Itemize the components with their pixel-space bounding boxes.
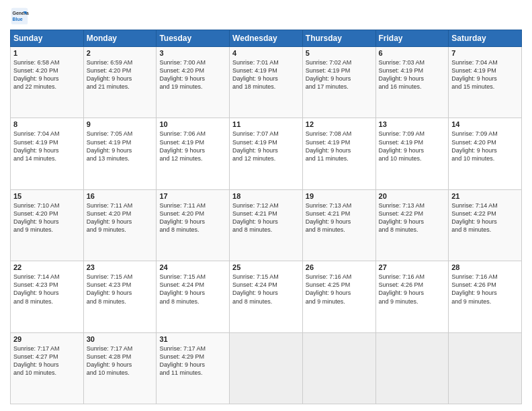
calendar-cell (302, 332, 375, 404)
cell-info: Sunrise: 7:03 AMSunset: 4:19 PMDaylight:… (379, 58, 446, 91)
cell-info: Sunrise: 7:16 AMSunset: 4:26 PMDaylight:… (451, 273, 519, 306)
cell-info: Sunrise: 7:12 AMSunset: 4:21 PMDaylight:… (232, 201, 300, 234)
day-number: 16 (87, 192, 154, 200)
calendar-week-3: 15Sunrise: 7:10 AMSunset: 4:20 PMDayligh… (11, 189, 522, 261)
cell-info: Sunrise: 7:06 AMSunset: 4:19 PMDaylight:… (159, 130, 226, 163)
calendar-header-friday: Friday (375, 30, 449, 47)
cell-info: Sunrise: 7:04 AMSunset: 4:19 PMDaylight:… (13, 130, 81, 163)
calendar-cell: 1Sunrise: 6:58 AMSunset: 4:20 PMDaylight… (11, 47, 84, 118)
calendar-cell: 16Sunrise: 7:11 AMSunset: 4:20 PMDayligh… (83, 189, 157, 261)
cell-info: Sunrise: 7:05 AMSunset: 4:19 PMDaylight:… (87, 130, 154, 163)
calendar-cell: 6Sunrise: 7:03 AMSunset: 4:19 PMDaylight… (375, 47, 449, 118)
day-number: 31 (159, 335, 226, 343)
calendar-cell: 9Sunrise: 7:05 AMSunset: 4:19 PMDaylight… (83, 118, 157, 189)
cell-info: Sunrise: 7:17 AMSunset: 4:27 PMDaylight:… (13, 345, 81, 377)
calendar-cell: 28Sunrise: 7:16 AMSunset: 4:26 PMDayligh… (449, 261, 522, 332)
calendar-cell: 26Sunrise: 7:16 AMSunset: 4:25 PMDayligh… (302, 261, 375, 332)
cell-info: Sunrise: 7:09 AMSunset: 4:19 PMDaylight:… (379, 130, 446, 163)
cell-info: Sunrise: 7:02 AMSunset: 4:19 PMDaylight:… (306, 58, 373, 91)
cell-info: Sunrise: 7:14 AMSunset: 4:23 PMDaylight:… (13, 273, 81, 306)
day-number: 20 (379, 192, 446, 200)
day-number: 26 (306, 263, 373, 271)
calendar-cell: 19Sunrise: 7:13 AMSunset: 4:21 PMDayligh… (302, 189, 375, 261)
cell-info: Sunrise: 7:17 AMSunset: 4:29 PMDaylight:… (159, 345, 226, 377)
day-number: 17 (159, 192, 226, 200)
cell-info: Sunrise: 7:13 AMSunset: 4:21 PMDaylight:… (306, 201, 373, 234)
calendar-cell: 8Sunrise: 7:04 AMSunset: 4:19 PMDaylight… (11, 118, 84, 189)
calendar-cell: 29Sunrise: 7:17 AMSunset: 4:27 PMDayligh… (11, 332, 84, 404)
day-number: 15 (13, 192, 81, 200)
calendar-cell: 24Sunrise: 7:15 AMSunset: 4:24 PMDayligh… (157, 261, 230, 332)
day-number: 9 (87, 120, 154, 128)
calendar-header-thursday: Thursday (302, 30, 375, 47)
day-number: 14 (451, 120, 519, 128)
calendar-cell: 2Sunrise: 6:59 AMSunset: 4:20 PMDaylight… (83, 47, 157, 118)
calendar-cell: 15Sunrise: 7:10 AMSunset: 4:20 PMDayligh… (11, 189, 84, 261)
cell-info: Sunrise: 7:16 AMSunset: 4:25 PMDaylight:… (306, 273, 373, 306)
cell-info: Sunrise: 7:04 AMSunset: 4:19 PMDaylight:… (451, 58, 519, 91)
day-number: 27 (379, 263, 446, 271)
day-number: 12 (306, 120, 373, 128)
calendar-cell: 5Sunrise: 7:02 AMSunset: 4:19 PMDaylight… (302, 47, 375, 118)
cell-info: Sunrise: 7:15 AMSunset: 4:23 PMDaylight:… (87, 273, 154, 306)
day-number: 10 (159, 120, 226, 128)
calendar-cell: 10Sunrise: 7:06 AMSunset: 4:19 PMDayligh… (157, 118, 230, 189)
cell-info: Sunrise: 6:59 AMSunset: 4:20 PMDaylight:… (87, 58, 154, 91)
cell-info: Sunrise: 6:58 AMSunset: 4:20 PMDaylight:… (13, 58, 81, 91)
calendar-cell: 11Sunrise: 7:07 AMSunset: 4:19 PMDayligh… (230, 118, 303, 189)
day-number: 7 (451, 49, 519, 57)
calendar-cell: 17Sunrise: 7:11 AMSunset: 4:20 PMDayligh… (157, 189, 230, 261)
calendar-header-monday: Monday (83, 30, 157, 47)
cell-info: Sunrise: 7:15 AMSunset: 4:24 PMDaylight:… (232, 273, 300, 306)
day-number: 25 (232, 263, 300, 271)
logo: General Blue (10, 7, 32, 26)
day-number: 1 (13, 49, 81, 57)
calendar-week-4: 22Sunrise: 7:14 AMSunset: 4:23 PMDayligh… (11, 261, 522, 332)
day-number: 19 (306, 192, 373, 200)
day-number: 21 (451, 192, 519, 200)
day-number: 5 (306, 49, 373, 57)
logo-icon: General Blue (10, 7, 29, 26)
calendar-cell (449, 332, 522, 404)
calendar-cell: 27Sunrise: 7:16 AMSunset: 4:26 PMDayligh… (375, 261, 449, 332)
cell-info: Sunrise: 7:13 AMSunset: 4:22 PMDaylight:… (379, 201, 446, 234)
day-number: 23 (87, 263, 154, 271)
cell-info: Sunrise: 7:07 AMSunset: 4:19 PMDaylight:… (232, 130, 300, 163)
cell-info: Sunrise: 7:10 AMSunset: 4:20 PMDaylight:… (13, 201, 81, 234)
calendar-header-tuesday: Tuesday (157, 30, 230, 47)
calendar-cell: 18Sunrise: 7:12 AMSunset: 4:21 PMDayligh… (230, 189, 303, 261)
day-number: 3 (159, 49, 226, 57)
day-number: 6 (379, 49, 446, 57)
header: General Blue (10, 7, 522, 26)
page: General Blue SundayMondayTuesdayWednesda… (0, 0, 532, 411)
calendar-cell: 23Sunrise: 7:15 AMSunset: 4:23 PMDayligh… (83, 261, 157, 332)
calendar-cell: 25Sunrise: 7:15 AMSunset: 4:24 PMDayligh… (230, 261, 303, 332)
calendar-cell: 7Sunrise: 7:04 AMSunset: 4:19 PMDaylight… (449, 47, 522, 118)
calendar-cell: 3Sunrise: 7:00 AMSunset: 4:20 PMDaylight… (157, 47, 230, 118)
cell-info: Sunrise: 7:08 AMSunset: 4:19 PMDaylight:… (306, 130, 373, 163)
cell-info: Sunrise: 7:14 AMSunset: 4:22 PMDaylight:… (451, 201, 519, 234)
calendar-header-sunday: Sunday (11, 30, 84, 47)
calendar-cell: 30Sunrise: 7:17 AMSunset: 4:28 PMDayligh… (83, 332, 157, 404)
cell-info: Sunrise: 7:00 AMSunset: 4:20 PMDaylight:… (159, 58, 226, 91)
calendar-cell: 4Sunrise: 7:01 AMSunset: 4:19 PMDaylight… (230, 47, 303, 118)
day-number: 18 (232, 192, 300, 200)
svg-text:Blue: Blue (13, 17, 23, 21)
day-number: 22 (13, 263, 81, 271)
calendar-week-1: 1Sunrise: 6:58 AMSunset: 4:20 PMDaylight… (11, 47, 522, 118)
calendar-cell (230, 332, 303, 404)
cell-info: Sunrise: 7:11 AMSunset: 4:20 PMDaylight:… (159, 201, 226, 234)
calendar-week-5: 29Sunrise: 7:17 AMSunset: 4:27 PMDayligh… (11, 332, 522, 404)
cell-info: Sunrise: 7:17 AMSunset: 4:28 PMDaylight:… (87, 345, 154, 377)
calendar-cell: 20Sunrise: 7:13 AMSunset: 4:22 PMDayligh… (375, 189, 449, 261)
day-number: 4 (232, 49, 300, 57)
day-number: 11 (232, 120, 300, 128)
cell-info: Sunrise: 7:11 AMSunset: 4:20 PMDaylight:… (87, 201, 154, 234)
calendar-header-saturday: Saturday (449, 30, 522, 47)
calendar-table: SundayMondayTuesdayWednesdayThursdayFrid… (10, 30, 522, 404)
calendar-week-2: 8Sunrise: 7:04 AMSunset: 4:19 PMDaylight… (11, 118, 522, 189)
calendar-cell (375, 332, 449, 404)
day-number: 28 (451, 263, 519, 271)
cell-info: Sunrise: 7:16 AMSunset: 4:26 PMDaylight:… (379, 273, 446, 306)
calendar-cell: 31Sunrise: 7:17 AMSunset: 4:29 PMDayligh… (157, 332, 230, 404)
